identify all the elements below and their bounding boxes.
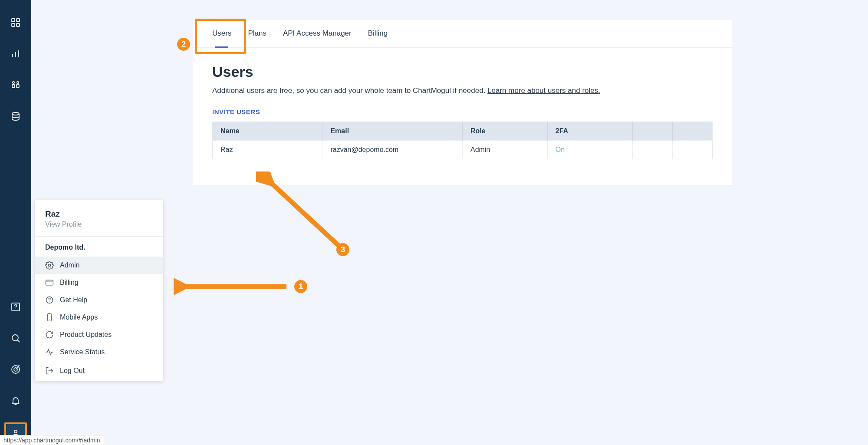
popover-item-label: Mobile Apps [60,313,98,321]
pulse-icon [45,348,54,356]
svg-rect-2 [12,23,15,26]
col-spare-1 [632,122,672,141]
mobile-icon [45,313,54,322]
rail-dashboard-icon[interactable] [6,13,25,32]
card-icon [45,278,54,287]
learn-more-link[interactable]: Learn more about users and roles. [487,86,600,95]
col-name: Name [213,122,322,141]
tab-plans[interactable]: Plans [248,20,266,47]
rail-segments-icon[interactable] [6,76,25,95]
cell-name: Raz [213,141,322,159]
svg-rect-1 [16,19,20,22]
question-icon [45,296,54,304]
popover-item-mobile[interactable]: Mobile Apps [35,309,163,326]
rail-data-icon[interactable] [6,107,25,126]
popover-org-name: Depomo ltd. [35,237,163,257]
popover-item-help[interactable]: Get Help [35,291,163,309]
col-spare-2 [672,122,712,141]
svg-point-7 [13,82,14,83]
cell-spare-1 [632,141,672,159]
svg-point-11 [12,112,19,115]
svg-rect-3 [16,23,20,26]
annotation-badge-2: 2 [177,38,190,51]
popover-item-label: Product Updates [60,331,112,339]
users-table: Name Email Role 2FA Raz razvan@depomo.co… [212,122,713,159]
popover-item-billing[interactable]: Billing [35,274,163,291]
annotation-badge-1: 1 [294,280,307,293]
popover-item-label: Get Help [60,296,87,304]
svg-rect-21 [46,280,53,285]
popover-item-label: Admin [60,261,79,269]
page-title: Users [212,63,713,80]
popover-item-updates[interactable]: Product Updates [35,326,163,343]
rail-goals-icon[interactable] [6,360,25,379]
subtitle-text: Additional users are free, so you can ad… [212,86,487,95]
logout-icon [45,366,54,375]
tab-billing[interactable]: Billing [368,20,388,47]
svg-point-13 [15,309,16,310]
admin-tabs: Users Plans API Access Manager Billing [193,20,732,48]
annotation-arrow-1 [174,276,295,297]
popover-view-profile[interactable]: View Profile [45,221,153,228]
table-header-row: Name Email Role 2FA [213,122,713,141]
col-role: Role [462,122,547,141]
refresh-icon [45,330,54,339]
popover-item-label: Billing [60,279,79,287]
rail-notifications-icon[interactable] [6,391,25,410]
svg-rect-8 [12,84,15,88]
tab-content: Users Additional users are free, so you … [193,48,732,185]
col-email: Email [322,122,463,141]
admin-card: Users Plans API Access Manager Billing U… [193,20,732,185]
popover-item-status[interactable]: Service Status [35,343,163,361]
cell-2fa: On [547,141,632,159]
popover-header[interactable]: Raz View Profile [35,200,163,236]
table-row[interactable]: Raz razvan@depomo.com Admin On [213,141,713,159]
svg-point-20 [49,264,51,267]
tab-api[interactable]: API Access Manager [283,20,352,47]
col-2fa: 2FA [547,122,632,141]
status-link: https://app.chartmogul.com/#/admin [0,435,104,445]
rail-search-icon[interactable] [6,329,25,348]
left-rail [0,0,31,445]
rail-help-icon[interactable] [6,297,25,316]
profile-popover: Raz View Profile Depomo ltd. Admin Billi… [35,200,163,381]
annotation-badge-3: 3 [336,243,349,256]
invite-users-link[interactable]: INVITE USERS [212,108,260,115]
svg-point-9 [17,82,19,83]
page-subtitle: Additional users are free, so you can ad… [212,86,713,95]
svg-point-24 [49,302,49,302]
cell-spare-2 [672,141,712,159]
svg-rect-10 [16,84,19,88]
popover-item-logout[interactable]: Log Out [35,361,163,381]
svg-rect-0 [12,19,15,22]
svg-point-14 [12,335,18,341]
cell-email: razvan@depomo.com [322,141,463,159]
svg-point-19 [14,430,17,433]
popover-item-label: Log Out [60,367,85,375]
svg-line-15 [18,340,20,343]
gear-icon [45,261,54,270]
tab-users[interactable]: Users [212,20,231,47]
rail-analytics-icon[interactable] [6,44,25,63]
popover-user-name: Raz [45,209,153,219]
popover-item-label: Service Status [60,348,105,356]
cell-role: Admin [462,141,547,159]
popover-item-admin[interactable]: Admin [35,257,163,274]
svg-line-29 [269,181,341,247]
